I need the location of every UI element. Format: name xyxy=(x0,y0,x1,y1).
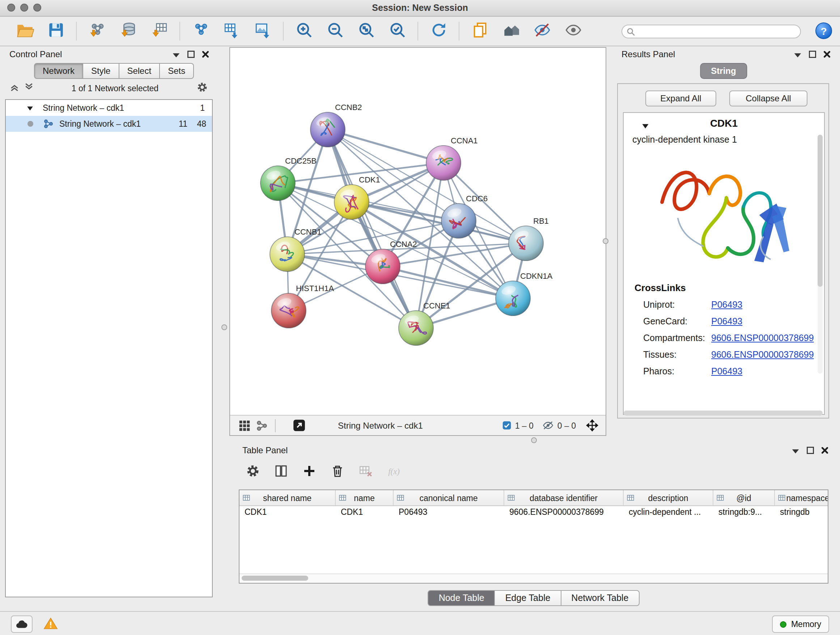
expand-all-button[interactable]: Expand All xyxy=(645,90,716,106)
left-splitter-handle[interactable] xyxy=(221,325,227,330)
network-node-CCNE1[interactable] xyxy=(399,310,433,345)
pan-move-icon[interactable] xyxy=(586,419,598,432)
column-header-name[interactable]: name xyxy=(336,490,393,505)
tab-node-table[interactable]: Node Table xyxy=(428,590,495,606)
tab-network[interactable]: Network xyxy=(34,63,83,79)
memory-button[interactable]: Memory xyxy=(772,616,829,633)
column-header-namespace[interactable]: namespace xyxy=(775,490,829,505)
show-graphics-details-button[interactable] xyxy=(562,20,584,42)
show-columns-button[interactable] xyxy=(271,462,291,482)
scrollbar-thumb[interactable] xyxy=(242,576,308,581)
network-node-CCNA1[interactable] xyxy=(426,146,461,180)
collapse-all-button[interactable]: Collapse All xyxy=(729,90,807,106)
column-header-database-identifier[interactable]: database identifier xyxy=(504,490,624,505)
selected-nodes-checkbox-icon[interactable] xyxy=(501,420,512,431)
network-edge-CCNB2-CCNA1[interactable] xyxy=(328,130,444,163)
panel-float-icon[interactable] xyxy=(187,50,195,59)
import-table-from-file-button[interactable] xyxy=(148,20,170,42)
table-cell[interactable]: CDK1 xyxy=(240,506,336,520)
save-session-button[interactable] xyxy=(45,20,66,42)
crosslink-link[interactable]: 9606.ENSP00000378699 xyxy=(711,349,814,359)
table-settings-button[interactable] xyxy=(242,462,263,482)
network-node-HIST1H1A[interactable] xyxy=(271,293,306,328)
create-column-button[interactable] xyxy=(299,462,319,482)
panel-close-icon[interactable] xyxy=(201,50,210,59)
panel-menu-icon[interactable] xyxy=(791,446,800,455)
table-cell[interactable]: P06493 xyxy=(393,506,504,520)
network-table-button[interactable] xyxy=(221,20,242,42)
export-image-button[interactable] xyxy=(252,20,273,42)
network-node-CCNB1[interactable] xyxy=(270,237,305,272)
warnings-button[interactable] xyxy=(41,616,61,631)
hide-graphics-details-button[interactable] xyxy=(531,20,553,42)
panel-menu-icon[interactable] xyxy=(793,50,802,59)
collapse-section-icon[interactable] xyxy=(641,120,650,133)
tab-sets[interactable]: Sets xyxy=(160,63,194,79)
expand-all-networks-icon[interactable] xyxy=(24,82,34,95)
network-node-CDC25B[interactable] xyxy=(261,166,295,201)
disclosure-triangle-icon[interactable] xyxy=(26,104,34,112)
table-cell[interactable]: CDK1 xyxy=(336,506,393,520)
panel-float-icon[interactable] xyxy=(806,446,815,455)
network-share-button[interactable] xyxy=(253,417,271,433)
column-header-description[interactable]: description xyxy=(624,490,714,505)
table-cell[interactable]: stringdb:9... xyxy=(714,506,775,520)
help-button[interactable]: ? xyxy=(815,22,832,39)
panel-close-icon[interactable] xyxy=(821,446,829,455)
refresh-button[interactable] xyxy=(428,20,449,42)
network-node-CDC6[interactable] xyxy=(441,203,476,238)
import-network-from-file-button[interactable] xyxy=(86,20,108,42)
right-splitter-handle[interactable] xyxy=(603,238,608,244)
search-box[interactable] xyxy=(622,25,801,38)
table-cell[interactable]: 9606.ENSP00000378699 xyxy=(504,506,624,520)
zoom-selected-button[interactable] xyxy=(386,20,408,42)
show-all-networks-button[interactable] xyxy=(500,20,522,42)
table-cell[interactable]: cyclin-dependent ... xyxy=(624,506,714,520)
results-vertical-scrollbar[interactable] xyxy=(818,135,823,374)
zoom-in-button[interactable] xyxy=(293,20,315,42)
results-horizontal-scrollbar[interactable] xyxy=(624,410,823,416)
network-node-CDKN1A[interactable] xyxy=(496,281,531,316)
network-node-RB1[interactable] xyxy=(508,226,543,261)
tab-network-table[interactable]: Network Table xyxy=(561,590,639,606)
network-collection-row[interactable]: String Network – cdk1 1 xyxy=(6,100,212,116)
birds-eye-view-button[interactable] xyxy=(290,417,308,433)
network-node-CCNB2[interactable] xyxy=(310,112,345,147)
crosslink-link[interactable]: P06493 xyxy=(711,299,742,310)
table-horizontal-scrollbar[interactable] xyxy=(240,573,828,583)
tab-edge-table[interactable]: Edge Table xyxy=(495,590,561,606)
crosslink-link[interactable]: 9606.ENSP00000378699 xyxy=(711,333,814,343)
results-panel-title: Results Panel xyxy=(622,49,793,59)
tab-style[interactable]: Style xyxy=(83,63,119,79)
column-header-canonical-name[interactable]: canonical name xyxy=(393,490,504,505)
zoom-out-button[interactable] xyxy=(324,20,346,42)
delete-column-button[interactable] xyxy=(327,462,347,482)
panel-menu-icon[interactable] xyxy=(172,50,181,59)
open-session-button[interactable] xyxy=(14,20,35,42)
network-canvas[interactable]: CCNB2CCNA1CDC25BCDK1CDC6RB1CCNB1CCNA2CDK… xyxy=(230,48,606,416)
zoom-fit-button[interactable] xyxy=(355,20,377,42)
search-input[interactable] xyxy=(639,27,796,36)
hidden-eye-slash-icon[interactable] xyxy=(542,419,554,432)
panel-close-icon[interactable] xyxy=(823,50,831,59)
bottom-splitter-handle[interactable] xyxy=(531,437,537,443)
table-row[interactable]: CDK1CDK1P064939606.ENSP00000378699cyclin… xyxy=(240,506,828,520)
column-header-shared-name[interactable]: shared name xyxy=(240,490,336,505)
cloud-button[interactable] xyxy=(11,616,33,633)
gear-icon[interactable] xyxy=(196,81,208,96)
column-header-@id[interactable]: @id xyxy=(714,490,775,505)
copy-document-button[interactable] xyxy=(469,20,491,42)
network-node-CCNA2[interactable] xyxy=(365,249,400,284)
crosslink-link[interactable]: P06493 xyxy=(711,316,742,326)
tab-string[interactable]: String xyxy=(700,63,747,79)
crosslink-link[interactable]: P06493 xyxy=(711,366,742,376)
panel-float-icon[interactable] xyxy=(808,50,817,59)
grid-mode-button[interactable] xyxy=(236,417,253,433)
network-row[interactable]: String Network – cdk1 11 48 xyxy=(6,116,212,132)
tab-select[interactable]: Select xyxy=(119,63,160,79)
table-cell[interactable]: stringdb xyxy=(775,506,829,520)
import-network-from-database-button[interactable] xyxy=(117,20,139,42)
network-arrows-button[interactable] xyxy=(189,20,211,42)
collapse-all-networks-icon[interactable] xyxy=(9,82,19,95)
network-node-CDK1[interactable] xyxy=(334,185,369,219)
